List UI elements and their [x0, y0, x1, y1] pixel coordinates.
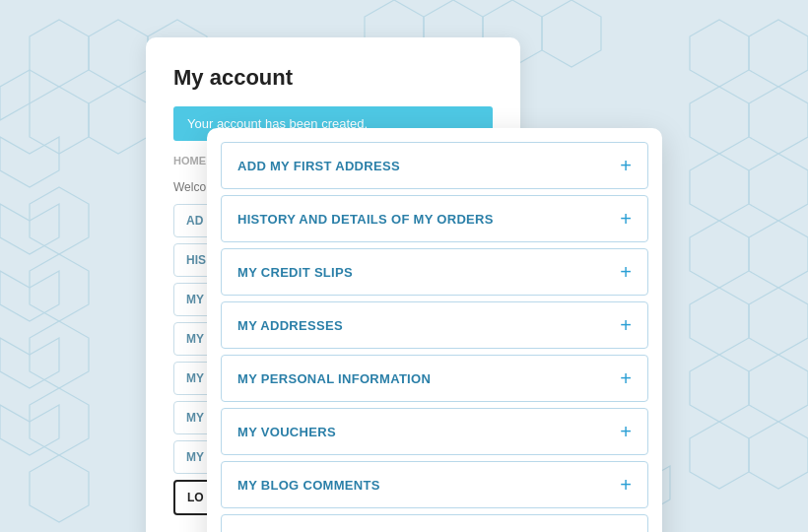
- menu-item-blog-info[interactable]: MY BLOG INFO +: [221, 514, 648, 532]
- history-plus-icon: +: [620, 209, 632, 229]
- menu-item-history[interactable]: HISTORY AND DETAILS OF MY ORDERS +: [221, 195, 648, 242]
- menu-item-credit-slips[interactable]: MY CREDIT SLIPS +: [221, 248, 648, 296]
- svg-marker-19: [690, 87, 749, 154]
- add-address-plus-icon: +: [620, 156, 632, 175]
- svg-marker-28: [749, 355, 808, 422]
- svg-marker-29: [690, 422, 749, 489]
- svg-marker-5: [89, 87, 148, 154]
- svg-marker-20: [749, 87, 808, 154]
- svg-marker-1: [89, 20, 148, 87]
- menu-item-addresses[interactable]: MY ADDRESSES +: [221, 301, 648, 349]
- svg-marker-3: [0, 70, 30, 120]
- menu-item-history-label: HISTORY AND DETAILS OF MY ORDERS: [237, 212, 494, 227]
- addresses-plus-icon: +: [620, 315, 632, 335]
- svg-marker-7: [0, 137, 59, 187]
- vouchers-plus-icon: +: [620, 422, 632, 441]
- menu-item-vouchers[interactable]: MY VOUCHERS +: [221, 408, 648, 455]
- svg-marker-26: [749, 288, 808, 355]
- personal-info-plus-icon: +: [620, 368, 632, 388]
- svg-marker-21: [690, 154, 749, 221]
- breadcrumb-home[interactable]: HOME: [173, 155, 206, 166]
- svg-marker-34: [542, 0, 601, 67]
- svg-marker-27: [690, 355, 749, 422]
- menu-item-addresses-label: MY ADDRESSES: [237, 318, 343, 333]
- credit-slips-plus-icon: +: [620, 262, 632, 282]
- menu-item-vouchers-label: MY VOUCHERS: [237, 425, 336, 439]
- account-menu-card: ADD MY FIRST ADDRESS + HISTORY AND DETAI…: [207, 128, 662, 532]
- svg-marker-23: [690, 221, 749, 288]
- blog-comments-plus-icon: +: [620, 475, 632, 495]
- svg-marker-25: [690, 288, 749, 355]
- svg-marker-22: [749, 154, 808, 221]
- menu-item-blog-comments-label: MY BLOG COMMENTS: [237, 478, 380, 493]
- menu-item-personal-info[interactable]: MY PERSONAL INFORMATION +: [221, 355, 648, 402]
- menu-item-personal-info-label: MY PERSONAL INFORMATION: [237, 371, 431, 386]
- svg-marker-16: [30, 455, 89, 522]
- blog-info-plus-icon: +: [620, 528, 632, 532]
- svg-marker-17: [690, 20, 749, 87]
- menu-item-blog-comments[interactable]: MY BLOG COMMENTS +: [221, 461, 648, 508]
- svg-marker-18: [749, 20, 808, 87]
- svg-marker-30: [749, 422, 808, 489]
- svg-marker-24: [749, 221, 808, 288]
- menu-item-add-address-label: ADD MY FIRST ADDRESS: [237, 159, 400, 173]
- card-back-title: My account: [173, 65, 493, 91]
- menu-item-add-address[interactable]: ADD MY FIRST ADDRESS +: [221, 142, 648, 189]
- menu-item-credit-slips-label: MY CREDIT SLIPS: [237, 265, 353, 280]
- svg-marker-0: [30, 20, 89, 87]
